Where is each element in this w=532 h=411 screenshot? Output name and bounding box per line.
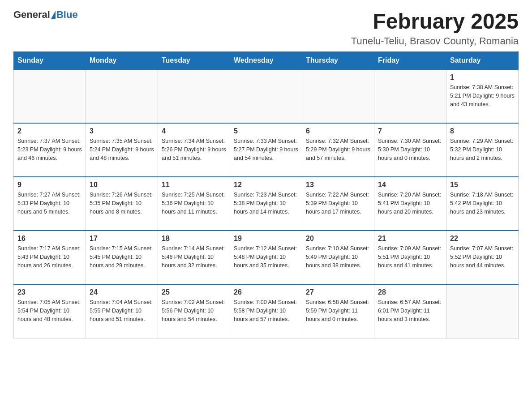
calendar-cell: 3Sunrise: 7:35 AM Sunset: 5:24 PM Daylig… — [86, 123, 158, 177]
day-info: Sunrise: 7:15 AM Sunset: 5:45 PM Dayligh… — [90, 244, 154, 270]
day-info: Sunrise: 7:05 AM Sunset: 5:54 PM Dayligh… — [17, 298, 82, 323]
day-number: 18 — [162, 235, 226, 243]
day-info: Sunrise: 7:12 AM Sunset: 5:48 PM Dayligh… — [234, 244, 298, 270]
column-header-sunday: Sunday — [14, 52, 86, 70]
day-info: Sunrise: 7:34 AM Sunset: 5:26 PM Dayligh… — [162, 137, 226, 162]
calendar-cell: 20Sunrise: 7:10 AM Sunset: 5:49 PM Dayli… — [302, 231, 374, 284]
calendar-cell: 12Sunrise: 7:23 AM Sunset: 5:38 PM Dayli… — [230, 177, 302, 231]
calendar-cell: 25Sunrise: 7:02 AM Sunset: 5:56 PM Dayli… — [158, 284, 230, 338]
day-number: 26 — [234, 288, 298, 296]
day-info: Sunrise: 7:27 AM Sunset: 5:33 PM Dayligh… — [17, 191, 82, 216]
calendar-cell — [446, 284, 519, 338]
logo-blue-text: Blue — [56, 9, 78, 21]
day-info: Sunrise: 7:07 AM Sunset: 5:52 PM Dayligh… — [450, 244, 515, 270]
location-subtitle: Tunelu-Teliu, Brasov County, Romania — [351, 35, 519, 47]
day-info: Sunrise: 7:37 AM Sunset: 5:23 PM Dayligh… — [17, 137, 82, 162]
calendar-cell: 2Sunrise: 7:37 AM Sunset: 5:23 PM Daylig… — [14, 123, 86, 177]
day-number: 11 — [162, 181, 226, 189]
calendar-cell: 19Sunrise: 7:12 AM Sunset: 5:48 PM Dayli… — [230, 231, 302, 284]
calendar-cell: 1Sunrise: 7:38 AM Sunset: 5:21 PM Daylig… — [446, 69, 519, 123]
calendar-cell: 17Sunrise: 7:15 AM Sunset: 5:45 PM Dayli… — [86, 231, 158, 284]
day-number: 15 — [450, 181, 515, 189]
day-number: 7 — [378, 127, 442, 135]
day-number: 21 — [378, 235, 442, 243]
calendar-cell: 5Sunrise: 7:33 AM Sunset: 5:27 PM Daylig… — [230, 123, 302, 177]
day-number: 13 — [306, 181, 370, 189]
calendar-cell: 18Sunrise: 7:14 AM Sunset: 5:46 PM Dayli… — [158, 231, 230, 284]
column-header-friday: Friday — [374, 52, 446, 70]
day-info: Sunrise: 7:00 AM Sunset: 5:58 PM Dayligh… — [234, 298, 298, 323]
day-number: 12 — [234, 181, 298, 189]
calendar-cell: 10Sunrise: 7:26 AM Sunset: 5:35 PM Dayli… — [86, 177, 158, 231]
day-info: Sunrise: 7:02 AM Sunset: 5:56 PM Dayligh… — [162, 298, 226, 323]
column-header-monday: Monday — [86, 52, 158, 70]
day-number: 2 — [17, 127, 82, 135]
column-header-saturday: Saturday — [446, 52, 519, 70]
calendar-cell: 15Sunrise: 7:18 AM Sunset: 5:42 PM Dayli… — [446, 177, 519, 231]
day-number: 16 — [17, 235, 82, 243]
week-row-2: 2Sunrise: 7:37 AM Sunset: 5:23 PM Daylig… — [14, 123, 519, 177]
calendar-cell — [158, 69, 230, 123]
day-number: 28 — [378, 288, 442, 296]
calendar-cell: 7Sunrise: 7:30 AM Sunset: 5:30 PM Daylig… — [374, 123, 446, 177]
day-number: 9 — [17, 181, 82, 189]
week-row-3: 9Sunrise: 7:27 AM Sunset: 5:33 PM Daylig… — [14, 177, 519, 231]
calendar-cell: 16Sunrise: 7:17 AM Sunset: 5:43 PM Dayli… — [14, 231, 86, 284]
calendar-cell: 21Sunrise: 7:09 AM Sunset: 5:51 PM Dayli… — [374, 231, 446, 284]
calendar-cell: 8Sunrise: 7:29 AM Sunset: 5:32 PM Daylig… — [446, 123, 519, 177]
day-info: Sunrise: 7:22 AM Sunset: 5:39 PM Dayligh… — [306, 191, 370, 216]
calendar-cell — [374, 69, 446, 123]
calendar-cell: 4Sunrise: 7:34 AM Sunset: 5:26 PM Daylig… — [158, 123, 230, 177]
week-row-1: 1Sunrise: 7:38 AM Sunset: 5:21 PM Daylig… — [14, 69, 519, 123]
day-info: Sunrise: 7:09 AM Sunset: 5:51 PM Dayligh… — [378, 244, 442, 270]
calendar-cell — [230, 69, 302, 123]
calendar-cell — [86, 69, 158, 123]
day-number: 14 — [378, 181, 442, 189]
day-info: Sunrise: 7:26 AM Sunset: 5:35 PM Dayligh… — [90, 191, 154, 216]
calendar-cell: 26Sunrise: 7:00 AM Sunset: 5:58 PM Dayli… — [230, 284, 302, 338]
column-header-thursday: Thursday — [302, 52, 374, 70]
month-title: February 2025 — [351, 9, 519, 34]
day-info: Sunrise: 7:04 AM Sunset: 5:55 PM Dayligh… — [90, 298, 154, 323]
calendar-cell: 28Sunrise: 6:57 AM Sunset: 6:01 PM Dayli… — [374, 284, 446, 338]
day-number: 20 — [306, 235, 370, 243]
calendar-cell — [302, 69, 374, 123]
day-number: 27 — [306, 288, 370, 296]
day-info: Sunrise: 7:35 AM Sunset: 5:24 PM Dayligh… — [90, 137, 154, 162]
calendar-cell: 11Sunrise: 7:25 AM Sunset: 5:36 PM Dayli… — [158, 177, 230, 231]
calendar-cell: 24Sunrise: 7:04 AM Sunset: 5:55 PM Dayli… — [86, 284, 158, 338]
day-info: Sunrise: 6:57 AM Sunset: 6:01 PM Dayligh… — [378, 298, 442, 323]
day-number: 17 — [90, 235, 154, 243]
calendar-cell: 13Sunrise: 7:22 AM Sunset: 5:39 PM Dayli… — [302, 177, 374, 231]
day-info: Sunrise: 7:14 AM Sunset: 5:46 PM Dayligh… — [162, 244, 226, 270]
calendar-table: SundayMondayTuesdayWednesdayThursdayFrid… — [13, 51, 519, 338]
day-number: 1 — [450, 73, 515, 81]
page-header: General Blue February 2025 Tunelu-Teliu,… — [13, 9, 519, 47]
day-number: 25 — [162, 288, 226, 296]
week-row-5: 23Sunrise: 7:05 AM Sunset: 5:54 PM Dayli… — [14, 284, 519, 338]
day-info: Sunrise: 7:38 AM Sunset: 5:21 PM Dayligh… — [450, 83, 515, 108]
day-info: Sunrise: 7:33 AM Sunset: 5:27 PM Dayligh… — [234, 137, 298, 162]
calendar-cell: 27Sunrise: 6:58 AM Sunset: 5:59 PM Dayli… — [302, 284, 374, 338]
week-row-4: 16Sunrise: 7:17 AM Sunset: 5:43 PM Dayli… — [14, 231, 519, 284]
day-number: 4 — [162, 127, 226, 135]
day-number: 8 — [450, 127, 515, 135]
day-number: 10 — [90, 181, 154, 189]
calendar-cell: 14Sunrise: 7:20 AM Sunset: 5:41 PM Dayli… — [374, 177, 446, 231]
day-number: 5 — [234, 127, 298, 135]
calendar-cell: 23Sunrise: 7:05 AM Sunset: 5:54 PM Dayli… — [14, 284, 86, 338]
title-section: February 2025 Tunelu-Teliu, Brasov Count… — [351, 9, 519, 47]
logo: General Blue — [13, 9, 78, 21]
day-number: 19 — [234, 235, 298, 243]
day-info: Sunrise: 7:18 AM Sunset: 5:42 PM Dayligh… — [450, 191, 515, 216]
day-number: 22 — [450, 235, 515, 243]
day-info: Sunrise: 7:29 AM Sunset: 5:32 PM Dayligh… — [450, 137, 515, 162]
day-info: Sunrise: 7:23 AM Sunset: 5:38 PM Dayligh… — [234, 191, 298, 216]
day-number: 24 — [90, 288, 154, 296]
logo-triangle-icon — [51, 11, 56, 19]
day-info: Sunrise: 7:10 AM Sunset: 5:49 PM Dayligh… — [306, 244, 370, 270]
column-header-tuesday: Tuesday — [158, 52, 230, 70]
day-info: Sunrise: 7:20 AM Sunset: 5:41 PM Dayligh… — [378, 191, 442, 216]
calendar-cell: 6Sunrise: 7:32 AM Sunset: 5:29 PM Daylig… — [302, 123, 374, 177]
day-info: Sunrise: 7:30 AM Sunset: 5:30 PM Dayligh… — [378, 137, 442, 162]
